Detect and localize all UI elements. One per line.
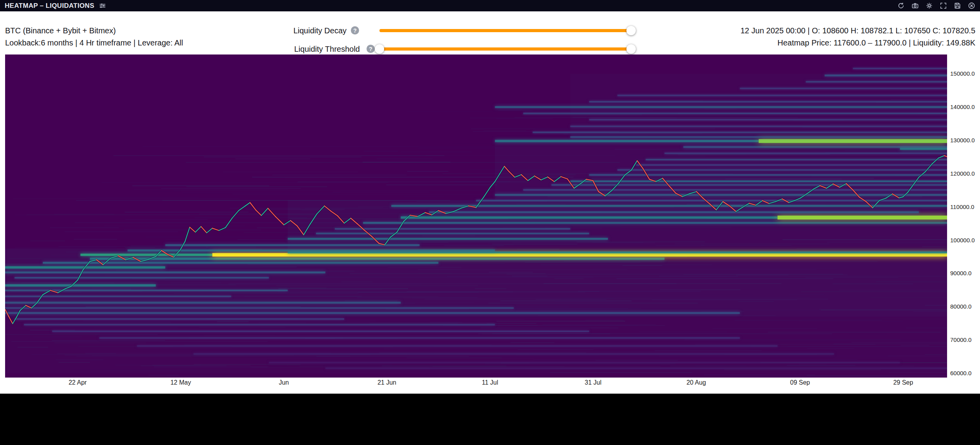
slider-handle[interactable] [626, 26, 636, 35]
time-axis-label: 20 Aug [686, 379, 706, 386]
time-axis-label: 22 Apr [69, 379, 87, 386]
bottom-panel: 0.001.00M2.00M Last Updated: 07 Oct 2025… [0, 394, 980, 445]
price-axis-label: 90000.0 [950, 270, 971, 277]
symbol-exchanges-text: BTC (Binance + Bybit + Bitmex) [5, 26, 116, 35]
price-axis-label: 110000.0 [950, 203, 974, 211]
save-icon[interactable] [954, 2, 961, 9]
close-icon[interactable] [968, 2, 975, 9]
price-axis-label: 70000.0 [950, 336, 971, 343]
liquidity-decay-label: Liquidity Decay [251, 26, 347, 35]
slider-handle-high[interactable] [626, 44, 636, 54]
time-axis-label: 11 Jul [482, 379, 498, 386]
lookback-settings-text: Lookback:6 months | 4 Hr timeframe | Lev… [5, 38, 183, 47]
refresh-icon[interactable] [897, 2, 905, 9]
time-axis-label: 12 May [171, 379, 191, 386]
time-axis-label: 09 Sep [790, 379, 810, 386]
help-icon[interactable]: ? [367, 45, 375, 53]
time-axis-label: 21 Jun [377, 379, 396, 386]
slider-handle-low[interactable] [375, 44, 384, 54]
app-window: HEATMAP – LIQUIDATIONS [0, 0, 980, 445]
liquidation-heatmap-chart[interactable] [5, 54, 947, 378]
camera-icon[interactable] [911, 2, 919, 9]
title-bar: HEATMAP – LIQUIDATIONS [0, 0, 980, 11]
price-axis-label: 150000.0 [950, 70, 975, 77]
page-title: HEATMAP – LIQUIDATIONS [5, 2, 94, 10]
title-bar-actions [897, 2, 975, 9]
settings-gear-icon[interactable] [926, 2, 933, 9]
help-icon[interactable]: ? [351, 26, 359, 35]
liquidity-threshold-slider[interactable] [379, 44, 631, 54]
time-axis-label: 29 Sep [893, 379, 913, 386]
price-axis-label: 130000.0 [950, 137, 975, 144]
title-bar-left: HEATMAP – LIQUIDATIONS [5, 2, 106, 10]
price-axis-label: 140000.0 [950, 104, 975, 111]
heatmap-price-readout-text: Heatmap Price: 117600.0 – 117900.0 | Liq… [777, 38, 975, 47]
time-axis-label: 31 Jul [585, 379, 602, 386]
slider-fill [379, 29, 631, 32]
liquidity-decay-slider[interactable] [379, 26, 631, 35]
tune-icon[interactable] [99, 2, 106, 9]
price-axis-label: 80000.0 [950, 303, 971, 310]
price-axis-label: 120000.0 [950, 170, 975, 177]
time-axis-label: Jun [279, 379, 289, 386]
liquidity-threshold-label: Liquidity Threshold [251, 45, 360, 53]
slider-fill [379, 47, 631, 51]
ohlc-readout-text: 12 Jun 2025 00:00 | O: 108600 H: 108782.… [740, 26, 975, 35]
price-axis-label: 100000.0 [950, 237, 975, 244]
price-axis-label: 60000.0 [950, 370, 971, 377]
expand-icon[interactable] [940, 2, 947, 9]
